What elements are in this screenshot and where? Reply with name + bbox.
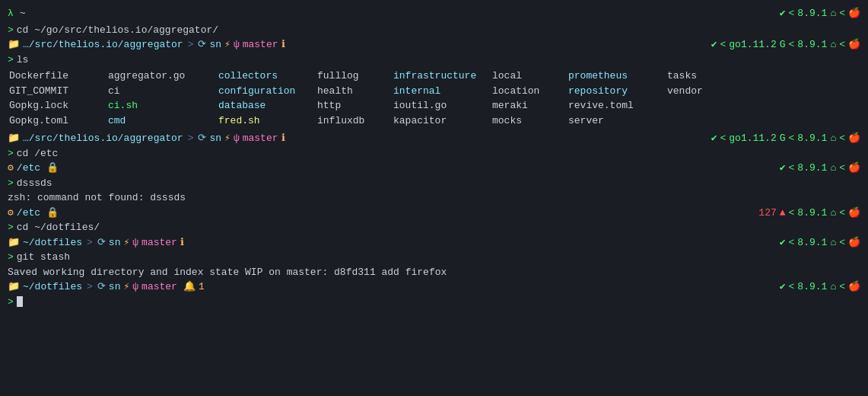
ls-item: revive.toml bbox=[567, 98, 666, 113]
ls-item: ioutil.go bbox=[392, 98, 491, 113]
cd-aggregator-cmd: cd ~/go/src/thelios.io/aggregator/ bbox=[17, 23, 218, 38]
lt-6b: < bbox=[839, 279, 845, 295]
ls-item: server bbox=[567, 113, 666, 129]
lambda-status-right: ✔ < 8.9.1 ⌂ < 🍎 bbox=[780, 6, 860, 21]
status-left-5: 📁 ~/dotfiles > ⟳ sn ⚡ ψ master ℹ bbox=[8, 235, 184, 251]
info-icon-3: ℹ bbox=[180, 235, 184, 251]
branch-name-1: master bbox=[243, 37, 278, 53]
go-ver-2: go1.11.2 bbox=[729, 131, 776, 146]
git-stash-output: Saved working directory and index state … bbox=[8, 265, 860, 280]
ls-item: Gopkg.toml bbox=[8, 113, 107, 129]
prompt-arrow: > bbox=[8, 23, 14, 38]
spark-icon-2: ⚡ bbox=[224, 131, 231, 146]
status-bar-5: 📁 ~/dotfiles > ⟳ sn ⚡ ψ master ℹ ✔ < 8.9… bbox=[8, 235, 860, 251]
prompt-arrow-3: > bbox=[8, 176, 14, 191]
cd-dotfiles-prompt: > cd ~/dotfiles/ bbox=[8, 220, 860, 235]
ls-item: GIT_COMMIT bbox=[8, 84, 107, 99]
lock-icon: 🔒 bbox=[46, 161, 59, 176]
lambda-prompt-left: λ ~ bbox=[8, 6, 25, 21]
lt-3a: < bbox=[789, 161, 795, 176]
notify-count: 1 bbox=[199, 279, 205, 295]
ls-item: ci bbox=[107, 84, 217, 99]
ls-item: database bbox=[217, 98, 316, 113]
branch-icon-3: ψ bbox=[132, 235, 138, 251]
home-icon: ⌂ bbox=[830, 6, 836, 21]
status-left-3: ⚙ /etc 🔒 bbox=[8, 161, 59, 176]
ls-item: vendor bbox=[666, 84, 734, 99]
ls-item: influxdb bbox=[316, 113, 392, 129]
gear-icon: ⚙ bbox=[8, 161, 14, 176]
ls-item bbox=[666, 98, 734, 113]
lt-2a: < bbox=[720, 131, 727, 146]
ls-item: meraki bbox=[491, 98, 567, 113]
ls-item: mocks bbox=[491, 113, 567, 129]
apple-6: 🍎 bbox=[848, 279, 860, 295]
apple-5: 🍎 bbox=[848, 235, 860, 251]
ver-5: 8.9.1 bbox=[797, 235, 827, 251]
final-prompt: > bbox=[8, 295, 860, 310]
status-right-3: ✔ < 8.9.1 ⌂ < 🍎 bbox=[780, 161, 860, 176]
path-text-2: …/src/thelios.io/aggregator bbox=[23, 131, 183, 146]
ls-item: Gopkg.lock bbox=[8, 98, 107, 113]
sn-text-1: sn bbox=[209, 37, 221, 53]
sep1: > bbox=[188, 37, 194, 53]
version-8-9-1: 8.9.1 bbox=[797, 6, 827, 21]
branch-icon-4: ψ bbox=[132, 279, 138, 295]
branch-icon-1: ψ bbox=[234, 37, 240, 53]
check-5: ✔ bbox=[780, 235, 786, 251]
lambda-line: λ ~ ✔ < 8.9.1 ⌂ < 🍎 bbox=[8, 5, 860, 23]
sep3: > bbox=[87, 235, 93, 251]
ls-prompt: > ls bbox=[8, 53, 860, 68]
git-stash-cmd: git stash bbox=[17, 250, 70, 265]
error-text: zsh: command not found: dsssds bbox=[8, 190, 186, 206]
lt-6a: < bbox=[789, 279, 795, 295]
ls-item: ci.sh bbox=[107, 98, 217, 113]
ls-item: Dockerfile bbox=[8, 69, 107, 84]
ls-cmd: ls bbox=[17, 53, 29, 68]
lt1: < bbox=[789, 6, 795, 21]
check-icon: ✔ bbox=[780, 6, 786, 21]
lambda-symbol: λ bbox=[8, 8, 14, 19]
g-letter-2: G bbox=[780, 131, 786, 146]
folder-icon-4: 📁 bbox=[8, 279, 20, 295]
info-icon-1: ℹ bbox=[281, 37, 285, 53]
status-right-1: ✔ < go1.11.2 G < 8.9.1 ⌂ < 🍎 bbox=[711, 37, 860, 53]
check-2: ✔ bbox=[711, 131, 717, 146]
git-stash-prompt: > git stash bbox=[8, 250, 860, 265]
cd-dotfiles-cmd: cd ~/dotfiles/ bbox=[17, 220, 100, 235]
spark-icon-1: ⚡ bbox=[224, 37, 231, 53]
ls-item: repository bbox=[567, 84, 666, 99]
spark-icon-3: ⚡ bbox=[123, 235, 129, 251]
lt-5b: < bbox=[839, 235, 845, 251]
status-right-6: ✔ < 8.9.1 ⌂ < 🍎 bbox=[780, 279, 860, 295]
ls-item: tasks bbox=[666, 69, 734, 84]
dsssds-prompt: > dsssds bbox=[8, 176, 860, 191]
info-icon-2: ℹ bbox=[281, 131, 285, 146]
ver-4: 8.9.1 bbox=[797, 206, 827, 221]
spark-icon-4: ⚡ bbox=[123, 279, 129, 295]
ls-item: fulllog bbox=[316, 69, 392, 84]
lt-2b: < bbox=[789, 131, 795, 146]
check-1: ✔ bbox=[711, 37, 717, 53]
status-right-5: ✔ < 8.9.1 ⌂ < 🍎 bbox=[780, 235, 860, 251]
ls-item: cmd bbox=[107, 113, 217, 129]
status-bar-2: 📁 …/src/thelios.io/aggregator > ⟳ sn ⚡ ψ… bbox=[8, 131, 860, 146]
folder-icon-1: 📁 bbox=[8, 37, 20, 53]
path-text-1: …/src/thelios.io/aggregator bbox=[23, 37, 183, 53]
folder-icon-2: 📁 bbox=[8, 131, 20, 146]
status-right-2: ✔ < go1.11.2 G < 8.9.1 ⌂ < 🍎 bbox=[711, 131, 860, 146]
apple-4: 🍎 bbox=[848, 206, 860, 221]
sep4: > bbox=[87, 279, 93, 295]
status-right-4: 127 ▲ < 8.9.1 ⌂ < 🍎 bbox=[758, 206, 860, 221]
ls-item: http bbox=[316, 98, 392, 113]
lt-3b: < bbox=[839, 161, 845, 176]
sn-text-3: sn bbox=[109, 235, 121, 251]
git-circle-icon-3: ⟳ bbox=[97, 235, 106, 251]
prompt-arrow-5: > bbox=[8, 250, 14, 265]
tilde: ~ bbox=[20, 8, 26, 19]
ls-item: aggregator.go bbox=[107, 69, 217, 84]
check-3: ✔ bbox=[780, 161, 786, 176]
status-left-6: 📁 ~/dotfiles > ⟳ sn ⚡ ψ master 🔔 1 bbox=[8, 279, 205, 295]
branch-icon-2: ψ bbox=[234, 131, 240, 146]
folder-icon-3: 📁 bbox=[8, 235, 20, 251]
